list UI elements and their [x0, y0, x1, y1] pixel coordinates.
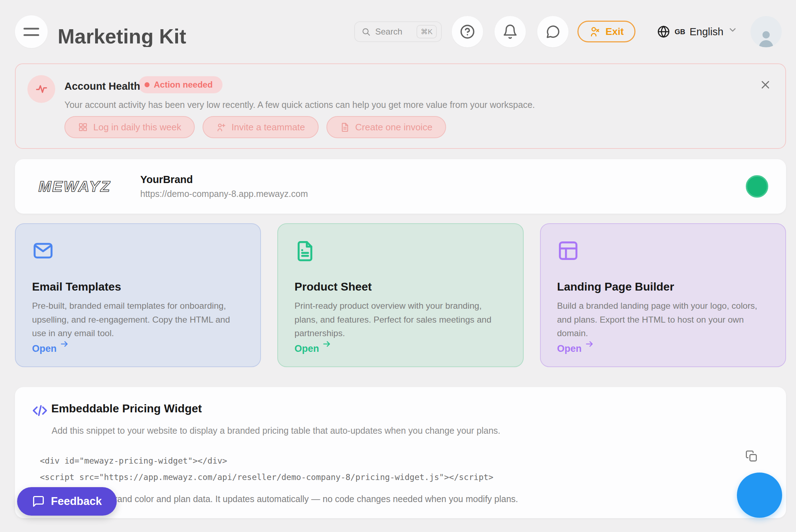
notifications-button[interactable] — [494, 16, 526, 47]
search-box[interactable]: ⌘K — [354, 21, 442, 42]
close-icon — [759, 78, 772, 91]
card-description: Build a branded landing page with your l… — [557, 299, 769, 340]
action-create-invoice[interactable]: Create one invoice — [326, 116, 446, 138]
feature-cards: Email Templates Pre-built, branded email… — [15, 223, 786, 367]
menu-icon — [23, 28, 39, 30]
chevron-down-icon — [728, 25, 738, 35]
action-log-in-daily[interactable]: Log in daily this week — [64, 116, 195, 138]
language-code: GB — [675, 28, 685, 36]
brand-info: YourBrand https://demo-company-8.app.mew… — [140, 174, 308, 199]
open-product-sheet-link[interactable]: Open — [294, 343, 331, 354]
pricing-widget-card: Embeddable Pricing Widget Add this snipp… — [15, 387, 786, 518]
search-shortcut-badge: ⌘K — [417, 25, 437, 38]
arrow-right-icon — [60, 339, 69, 349]
user-plus-icon — [216, 122, 226, 132]
embed-code-snippet: <div id="mewayz-pricing-widget"></div><s… — [40, 453, 493, 485]
heartbeat-icon — [27, 75, 55, 103]
bell-icon — [502, 24, 518, 40]
grid-icon — [78, 122, 88, 132]
messages-button[interactable] — [537, 16, 569, 47]
code-icon — [32, 403, 48, 418]
arrow-right-icon — [322, 339, 331, 349]
exit-button[interactable]: Exit — [577, 21, 635, 42]
copy-icon — [745, 450, 758, 463]
mewayz-logo: MEWAYZ — [38, 178, 117, 195]
page-title: Marketing Kit — [58, 24, 186, 47]
chat-icon — [545, 24, 561, 40]
alert-title: Account Health — [64, 80, 140, 92]
arrow-right-icon — [585, 339, 594, 349]
globe-icon — [657, 25, 670, 38]
card-email-templates: Email Templates Pre-built, branded email… — [15, 223, 261, 367]
avatar[interactable] — [750, 16, 782, 47]
language-label: English — [690, 26, 723, 38]
card-title: Email Templates — [32, 280, 244, 293]
card-title: Landing Page Builder — [557, 280, 769, 293]
help-icon — [459, 24, 476, 40]
pricing-widget-description: Add this snippet to your website to disp… — [52, 426, 501, 436]
open-landing-page-builder-link[interactable]: Open — [557, 343, 594, 354]
card-title: Product Sheet — [294, 280, 506, 293]
alert-description: Your account activity has been very low … — [64, 100, 535, 110]
card-description: Pre-built, branded email templates for o… — [32, 299, 244, 340]
mail-icon — [32, 240, 244, 262]
account-health-alert: Action needed Account Health Your accoun… — [15, 63, 786, 149]
layout-icon — [557, 240, 769, 262]
menu-button[interactable] — [15, 15, 48, 48]
feedback-label: Feedback — [51, 495, 102, 508]
brand-color-swatch — [746, 175, 768, 198]
brand-name: YourBrand — [140, 174, 308, 186]
chat-launcher-button[interactable] — [737, 473, 782, 518]
feedback-button[interactable]: Feedback — [17, 487, 117, 516]
open-email-templates-link[interactable]: Open — [32, 343, 69, 354]
pricing-widget-title: Embeddable Pricing Widget — [51, 402, 202, 415]
user-icon — [756, 29, 776, 47]
pricing-widget-note: r brand color and plan data. It updates … — [104, 494, 518, 504]
alert-actions: Log in daily this week Invite a teammate… — [64, 116, 446, 138]
brand-url: https://demo-company-8.app.mewayz.com — [140, 189, 308, 199]
card-landing-page-builder: Landing Page Builder Build a branded lan… — [540, 223, 786, 367]
language-selector[interactable]: GB English — [657, 21, 738, 43]
feedback-chat-icon — [32, 495, 45, 508]
action-invite-teammate[interactable]: Invite a teammate — [203, 116, 319, 138]
user-x-icon — [589, 26, 601, 38]
status-dot — [145, 82, 150, 87]
search-input[interactable] — [375, 27, 412, 37]
copy-code-button[interactable] — [745, 450, 758, 463]
exit-label: Exit — [606, 26, 624, 37]
help-button[interactable] — [452, 16, 483, 47]
card-description: Print-ready product overview with your b… — [294, 299, 506, 340]
brand-card: MEWAYZ YourBrand https://demo-company-8.… — [15, 159, 786, 214]
card-product-sheet: Product Sheet Print-ready product overvi… — [277, 223, 523, 367]
file-text-icon — [294, 240, 506, 262]
invoice-icon — [340, 122, 350, 132]
alert-close-button[interactable] — [759, 78, 772, 91]
action-needed-badge: Action needed — [138, 76, 222, 93]
marketing-kit-page: Marketing Kit ⌘K Exit GB English — [0, 0, 796, 532]
search-icon — [361, 27, 371, 37]
